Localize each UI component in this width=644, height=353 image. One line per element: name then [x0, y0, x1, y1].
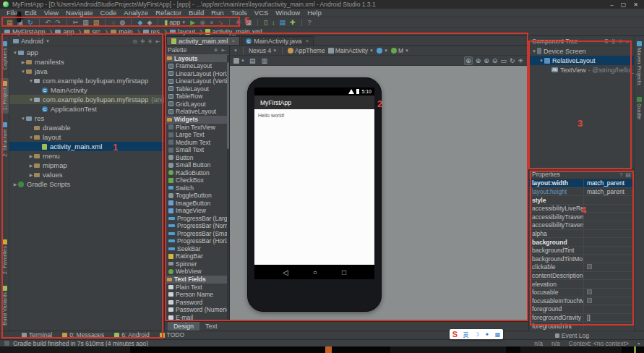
orientation-selector[interactable]: ▼ — [233, 48, 238, 53]
zoom-control-icon-0[interactable]: ⊕ — [464, 56, 473, 65]
menu-help[interactable]: Help — [304, 9, 325, 17]
palette-item-plain-textview[interactable]: Plain TextView — [165, 124, 229, 132]
event-log-button[interactable]: Event Log — [555, 332, 589, 339]
tool-window-button-gradle[interactable]: Gradle — [635, 94, 643, 123]
breadcrumb-myfirstapp[interactable]: MyFirstApp — [4, 28, 46, 35]
design-canvas[interactable]: 5:10 MyFirstApp Hello world! ◁ ○ □ — [230, 66, 528, 321]
tree-item-java[interactable]: ▼java — [9, 67, 164, 76]
android-monitor-icon[interactable]: ▤ — [280, 19, 286, 26]
breadcrumb-layout[interactable]: layout — [170, 28, 195, 35]
tool-button-6-android[interactable]: 6: Android — [114, 331, 149, 339]
component-tree-header-icon-2[interactable]: ✳ — [619, 38, 624, 45]
palette-item-webview[interactable]: WebView — [165, 268, 229, 276]
stop-icon[interactable]: ● — [210, 19, 213, 26]
ime-item-3[interactable]: ✦ — [485, 331, 490, 338]
checkbox-unchecked-icon[interactable] — [587, 264, 592, 269]
property-row-foregroundgravity[interactable]: foregroundGravity[] — [529, 314, 634, 323]
menu-view[interactable]: View — [40, 9, 62, 17]
menu-analyze[interactable]: Analyze — [120, 9, 152, 17]
component-tree-header-icon-3[interactable]: ⇤ — [626, 38, 631, 45]
project-view-selector[interactable]: Android — [21, 38, 43, 45]
palette-item-togglebutton[interactable]: ToggleButton — [165, 192, 229, 200]
zoom-control-icon-6[interactable]: ✳ — [518, 57, 523, 64]
property-row-accessibilitytraversa[interactable]: accessibilityTraversa — [529, 213, 634, 221]
properties-header-icon-1[interactable]: ▤ — [625, 171, 631, 178]
palette-item-imagebutton[interactable]: ImageButton — [165, 200, 229, 208]
tree-item-layout[interactable]: ▼layout — [9, 132, 164, 142]
palette-item-e-mail[interactable]: E-mail — [165, 314, 229, 322]
palette-item-linearlayout-vertic[interactable]: LinearLayout (Vertic — [165, 77, 229, 85]
palette-item-progressbar-norma[interactable]: ProgressBar (Norma — [165, 222, 229, 230]
textview-hello-world[interactable]: Hello world! — [254, 109, 374, 265]
tree-item-values[interactable]: ▶values — [9, 170, 164, 179]
help-icon[interactable]: ? — [308, 19, 312, 26]
palette-item-tablelayout[interactable]: TableLayout — [165, 85, 229, 93]
run-config-icon[interactable]: ▮app▼ — [164, 19, 186, 26]
project-header-icon-3[interactable]: ⇤ — [155, 38, 160, 45]
ime-item-1[interactable]: 英 — [463, 331, 469, 339]
expanded-arrow-icon[interactable]: ▼ — [12, 51, 18, 55]
tool-window-button-2-favorites[interactable]: 2: Favorites — [1, 237, 9, 277]
palette-item-radiobutton[interactable]: RadioButton — [165, 169, 229, 177]
breadcrumb-src[interactable]: src — [84, 28, 100, 35]
palette-item-switch[interactable]: Switch — [165, 184, 229, 192]
tree-item-gradle-scripts[interactable]: ▶Gradle Scripts — [9, 179, 164, 189]
property-row-accessibilitylivereg[interactable]: accessibilityLiveReg — [529, 205, 634, 213]
debug-icon[interactable]: ◉ — [199, 19, 205, 26]
collapsed-arrow-icon[interactable]: ▶ — [28, 163, 34, 168]
expanded-arrow-icon[interactable]: ▼ — [20, 116, 26, 121]
component-device-screen[interactable]: ▼Device Screen — [529, 46, 634, 56]
palette-item-seekbar[interactable]: SeekBar — [165, 245, 229, 253]
collapsed-arrow-icon[interactable]: ▶ — [28, 153, 34, 158]
project-header-icon-0[interactable]: ⊙ — [132, 38, 137, 45]
palette-item-small-button[interactable]: Small Button — [165, 161, 229, 169]
palette-item-progressbar-small[interactable]: ProgressBar (Small) — [165, 230, 229, 238]
ime-item-0[interactable]: S — [452, 330, 458, 339]
palette-section-layouts[interactable]: Layouts — [165, 54, 229, 62]
project-header-icon-1[interactable]: ✛ — [140, 38, 145, 45]
palette-item-medium-text[interactable]: Medium Text — [165, 139, 229, 147]
tool-button-0-messages[interactable]: 0: Messages — [62, 331, 104, 339]
palette-item-spinner[interactable]: Spinner — [165, 260, 229, 268]
palette-item-relativelayout[interactable]: RelativeLayout — [165, 108, 229, 116]
tool-window-button-1-project[interactable]: 1: Project — [1, 78, 9, 114]
ime-toolbar[interactable]: S英☽✦▦ — [450, 329, 503, 339]
component-textview[interactable]: AbTextView- @string/hello_world — [529, 65, 634, 75]
palette-item-password-numeric[interactable]: Password (Numeric) — [165, 306, 229, 314]
palette-item-framelayout[interactable]: FrameLayout — [165, 62, 229, 70]
palette-item-imageview[interactable]: ImageView — [165, 207, 229, 215]
tree-arrow-icon[interactable]: ▼ — [531, 49, 537, 54]
tree-item-mainactivity[interactable]: CMainActivity — [9, 85, 164, 95]
zoom-control-icon-5[interactable]: ↻ — [510, 57, 515, 64]
palette-header-icon-0[interactable]: ✳ — [214, 47, 219, 54]
palette-section-widgets[interactable]: Widgets — [165, 116, 229, 124]
property-row-clickable[interactable]: clickable — [529, 263, 634, 272]
tree-item-manifests[interactable]: ▶manifests — [9, 57, 164, 67]
replace-icon[interactable]: ◍ — [120, 19, 126, 26]
menu-code[interactable]: Code — [97, 9, 121, 17]
zoom-control-icon-2[interactable]: ⊕ — [484, 57, 489, 64]
property-row-layout-height[interactable]: layout:heightmatch_parent — [529, 188, 634, 197]
ime-item-2[interactable]: ☽ — [474, 331, 479, 338]
component-relativelayout[interactable]: ▼RelativeLayout — [529, 56, 634, 65]
property-row-foreground[interactable]: foreground — [529, 305, 634, 314]
property-row-foregroundtint[interactable]: foregroundTint — [529, 322, 634, 331]
property-row-style[interactable]: style — [529, 196, 634, 205]
property-row-backgroundtint[interactable]: backgroundTint — [529, 247, 634, 255]
zoom-control-icon-1[interactable]: ⊕ — [476, 57, 481, 64]
device-selector[interactable]: Nexus 4▼ — [249, 47, 277, 54]
mode-tab-design[interactable]: Design — [168, 322, 199, 331]
gradle-sync-icon[interactable]: ✚ — [290, 19, 296, 26]
palette-item-person-name[interactable]: Person Name — [165, 291, 229, 299]
project-header-icon-2[interactable]: ✳ — [148, 38, 153, 45]
properties-header-icon-0[interactable]: ? — [619, 171, 622, 178]
activity-selector[interactable]: MainActivity▼ — [328, 47, 374, 54]
menu-run[interactable]: Run — [207, 9, 227, 17]
property-row-contentdescription[interactable]: contentDescription — [529, 272, 634, 281]
tree-item-com-example-boyliupan-myfirstapp[interactable]: ▼com.example.boyliupan.myfirstapp — [9, 76, 164, 85]
editor-tab-mainactivity-java[interactable]: CMainActivity.java× — [241, 36, 314, 45]
breadcrumb-main[interactable]: main — [111, 28, 133, 35]
property-row-alpha[interactable]: alpha — [529, 230, 634, 239]
palette-item-checkbox[interactable]: CheckBox — [165, 176, 229, 184]
breadcrumb-res[interactable]: res — [143, 28, 160, 35]
